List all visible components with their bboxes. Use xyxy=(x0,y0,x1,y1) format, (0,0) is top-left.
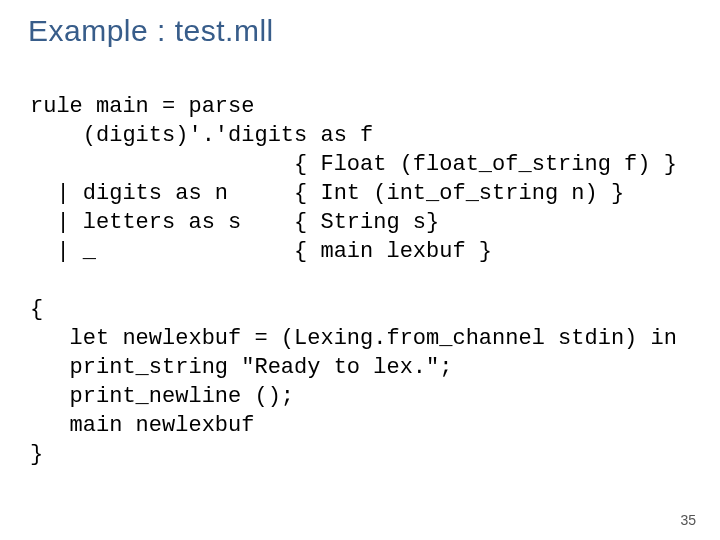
slide: Example : test.mll rule main = parse (di… xyxy=(0,0,720,540)
slide-title: Example : test.mll xyxy=(28,14,274,48)
code-block: rule main = parse (digits)'.'digits as f… xyxy=(30,92,677,469)
page-number: 35 xyxy=(680,512,696,528)
